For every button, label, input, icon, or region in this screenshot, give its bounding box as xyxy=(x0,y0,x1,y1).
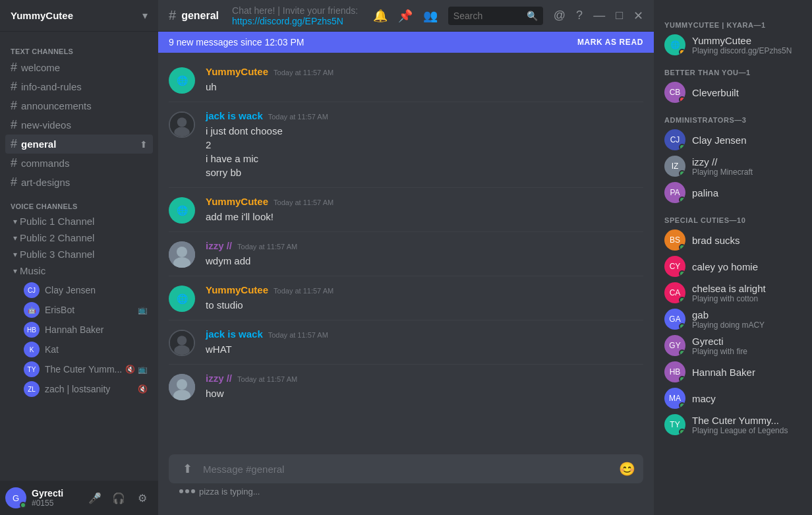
member-item-cleverbuilt[interactable]: CB Cleverbuilt xyxy=(659,79,807,106)
search-bar[interactable]: 🔍 xyxy=(448,7,543,25)
invite-link[interactable]: https://discord.gg/EPzhs5N xyxy=(232,16,343,26)
channel-hash: # xyxy=(11,156,17,170)
message-username[interactable]: izzy // xyxy=(206,373,232,384)
member-avatar: CJ xyxy=(664,129,685,150)
message-header: izzy // Today at 11:57 AM xyxy=(206,240,643,251)
upload-button[interactable]: ⬆ xyxy=(177,458,198,479)
member-item-izzy[interactable]: IZ izzy // Playing Minecraft xyxy=(659,153,807,179)
message-content: jack is wack Today at 11:57 AM i just do… xyxy=(206,110,643,179)
message-header: YummyCutee Today at 11:57 AM xyxy=(206,284,643,295)
mic-button[interactable]: 🎤 xyxy=(84,487,105,508)
channel-item-art-designs[interactable]: # art-designs xyxy=(5,173,153,192)
activity-label: Playing xyxy=(692,426,720,435)
message-divider xyxy=(169,320,643,320)
member-item-gab[interactable]: GA gab Playing doing mACY xyxy=(659,306,807,332)
message-username[interactable]: YummyCutee xyxy=(206,284,268,295)
voice-member-name: The Cuter Yumm... xyxy=(45,364,122,375)
member-item-palina[interactable]: PA palina xyxy=(659,179,807,206)
status-dot xyxy=(679,96,685,103)
member-info: The Cuter Yummy... Playing League of Leg… xyxy=(692,415,801,435)
channel-item-general[interactable]: # general ⬆ xyxy=(5,135,153,154)
member-item-caley[interactable]: CY caley yo homie xyxy=(659,253,807,280)
voice-member-kat[interactable]: K Kat xyxy=(5,340,153,359)
server-header[interactable]: YummyCutee ▾ xyxy=(0,0,158,32)
member-item-macy[interactable]: MA macy xyxy=(659,385,807,411)
voice-member-cuter-yumm[interactable]: TY The Cuter Yumm... 🔇 📺 xyxy=(5,359,153,379)
member-avatar: GY xyxy=(664,335,685,356)
status-dot xyxy=(679,376,685,382)
svg-point-1 xyxy=(177,117,187,127)
member-item-clay[interactable]: CJ Clay Jensen xyxy=(659,127,807,153)
message-header: jack is wack Today at 11:57 AM xyxy=(206,328,643,340)
voice-member-icons: 🔇 📺 xyxy=(125,365,148,374)
voice-member-clay[interactable]: CJ Clay Jensen xyxy=(5,280,153,300)
mark-as-read-button[interactable]: MARK AS READ xyxy=(577,38,643,47)
message-input[interactable] xyxy=(198,456,619,482)
server-chevron: ▾ xyxy=(142,9,148,22)
minimize-icon[interactable]: — xyxy=(593,9,605,22)
voice-channel-music[interactable]: ▾ Music xyxy=(5,262,153,279)
message-username[interactable]: jack is wack xyxy=(206,110,263,121)
channel-name: welcome xyxy=(21,62,60,73)
channel-title: # general xyxy=(169,8,219,23)
member-info: Cleverbuilt xyxy=(692,87,801,98)
channel-item-commands[interactable]: # commands xyxy=(5,154,153,173)
member-item-cuter-yummy[interactable]: TY The Cuter Yummy... Playing League of … xyxy=(659,411,807,438)
maximize-icon[interactable]: □ xyxy=(616,9,623,22)
member-activity: Playing with cotton xyxy=(692,294,801,303)
message-avatar xyxy=(169,111,195,138)
activity-label: Playing xyxy=(692,320,720,330)
avatar-svg xyxy=(170,330,194,356)
search-input[interactable] xyxy=(453,11,523,21)
message-username[interactable]: YummyCutee xyxy=(206,66,268,77)
channel-item-info-and-rules[interactable]: # info-and-rules xyxy=(5,77,153,96)
notifications-icon[interactable]: 🔔 xyxy=(373,9,388,23)
message-text: wdym add xyxy=(206,254,643,268)
close-icon[interactable]: ✕ xyxy=(633,9,643,23)
status-dot xyxy=(679,244,685,251)
voice-member-zach[interactable]: ZL zach | lostsanity 🔇 xyxy=(5,379,153,399)
member-item-gyrecti[interactable]: GY Gyrecti Playing with fire xyxy=(659,332,807,359)
upload-icon[interactable]: ⬆ xyxy=(140,139,148,150)
voice-member-hannah[interactable]: HB Hannah Baker xyxy=(5,320,153,340)
message-header: izzy // Today at 11:57 AM xyxy=(206,373,643,384)
svg-point-2 xyxy=(174,127,189,138)
voice-member-name: ErisBot xyxy=(45,305,74,315)
message-username[interactable]: izzy // xyxy=(206,240,232,251)
pin-icon[interactable]: 📌 xyxy=(398,9,413,23)
message-content: izzy // Today at 11:57 AM how xyxy=(206,373,643,400)
settings-button[interactable]: ⚙ xyxy=(132,487,153,508)
headphone-button[interactable]: 🎧 xyxy=(108,487,129,508)
voice-channel-public2[interactable]: ▾ Public 2 Channel xyxy=(5,229,153,246)
message-group: jack is wack Today at 11:57 AM wHAT xyxy=(158,326,654,359)
channel-item-new-videos[interactable]: # new-videos xyxy=(5,115,153,135)
channel-item-welcome[interactable]: # welcome xyxy=(5,58,153,77)
member-activity: Playing with fire xyxy=(692,347,801,356)
message-username[interactable]: YummyCutee xyxy=(206,196,268,207)
mention-icon[interactable]: @ xyxy=(554,9,566,22)
activity-name: with cotton xyxy=(720,294,758,303)
status-dot xyxy=(679,429,685,435)
member-info: gab Playing doing mACY xyxy=(692,309,801,330)
message-username[interactable]: jack is wack xyxy=(206,328,263,340)
member-avatar: CA xyxy=(664,282,685,303)
voice-member-erisbot[interactable]: 🤖 ErisBot 📺 xyxy=(5,300,153,320)
member-item-yummycutee[interactable]: 🌐 YummyCutee Playing discord.gg/EPzhs5N xyxy=(659,32,807,58)
help-icon[interactable]: ? xyxy=(576,9,583,22)
member-item-brad[interactable]: BS brad sucks xyxy=(659,227,807,253)
channel-item-announcements[interactable]: # announcements xyxy=(5,96,153,115)
activity-name: Minecraft xyxy=(720,167,753,177)
voice-channel-public3[interactable]: ▾ Public 3 Channel xyxy=(5,246,153,262)
member-avatar: HB xyxy=(664,361,685,382)
message-divider xyxy=(169,276,643,276)
message-text: i just dont choose2i have a micsorry bb xyxy=(206,124,643,179)
member-item-hannah[interactable]: HB Hannah Baker xyxy=(659,359,807,385)
message-timestamp: Today at 11:57 AM xyxy=(268,331,328,339)
emoji-button[interactable]: 😊 xyxy=(619,461,635,477)
channel-list: Text Channels # welcome # info-and-rules… xyxy=(0,32,158,481)
voice-channel-public1[interactable]: ▾ Public 1 Channel xyxy=(5,213,153,229)
status-dot xyxy=(679,49,685,55)
member-item-chelsea[interactable]: CA chelsea is alright Playing with cotto… xyxy=(659,280,807,306)
message-divider xyxy=(169,364,643,365)
members-icon[interactable]: 👥 xyxy=(423,9,438,23)
